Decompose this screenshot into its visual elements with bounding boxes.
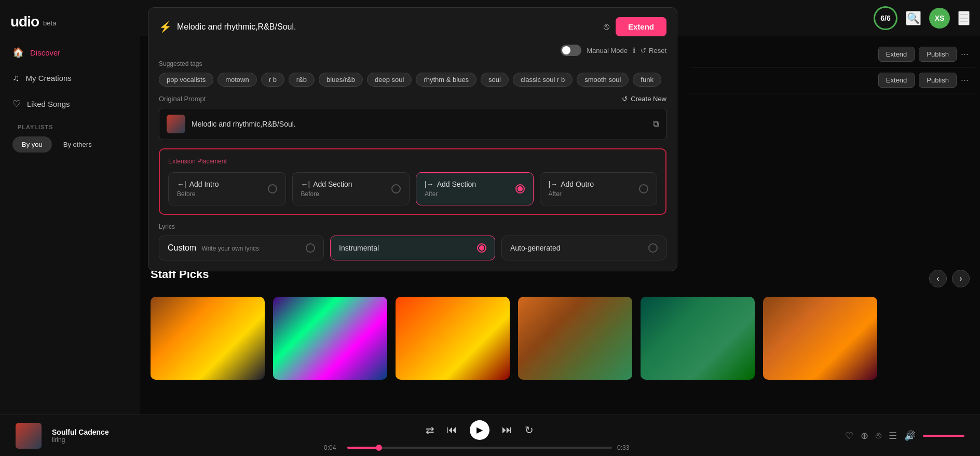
- radio-add-section-before[interactable]: [391, 184, 401, 194]
- share-icon[interactable]: ⎋: [604, 21, 609, 32]
- lyrics-instrumental[interactable]: Instrumental: [330, 236, 495, 260]
- sidebar-item-my-creations[interactable]: ♫ My Creations: [5, 66, 135, 90]
- total-time: 0:33: [617, 444, 635, 451]
- extend-button-2[interactable]: Extend: [878, 73, 915, 88]
- create-new-button[interactable]: ↺ Create New: [622, 95, 666, 103]
- option-add-outro-after-text: |→ Add Outro After: [549, 180, 594, 198]
- staff-pick-card-5[interactable]: [641, 297, 755, 380]
- add-to-playlist-button[interactable]: ⊕: [861, 430, 868, 441]
- lyrics-instrumental-label: Instrumental: [339, 244, 379, 252]
- copy-icon[interactable]: ⧉: [653, 119, 659, 129]
- tab-by-others[interactable]: By others: [54, 136, 101, 153]
- toggle-knob: [562, 46, 570, 54]
- tag-funk[interactable]: funk: [633, 73, 661, 87]
- volume-icon[interactable]: 🔊: [904, 430, 916, 441]
- radio-add-intro-before[interactable]: [268, 184, 277, 194]
- extend-button-1[interactable]: Extend: [878, 47, 915, 62]
- share-track-button[interactable]: ⎋: [876, 430, 881, 441]
- lyrics-auto-generated[interactable]: Auto-generated: [501, 236, 666, 260]
- player-info: Soulful Cadence liring: [52, 428, 114, 444]
- modal-extend-button[interactable]: Extend: [616, 17, 666, 36]
- radio-add-outro-after[interactable]: [639, 184, 648, 194]
- manual-mode-toggle[interactable]: [561, 45, 581, 56]
- volume-bar[interactable]: [923, 435, 964, 437]
- progress-bar[interactable]: [347, 447, 612, 449]
- tag-soul[interactable]: soul: [481, 73, 509, 87]
- tag-smooth-soul[interactable]: smooth soul: [577, 73, 629, 87]
- original-prompt-label: Original Prompt: [159, 95, 206, 103]
- next-arrow-button[interactable]: ›: [952, 270, 970, 287]
- tag-motown[interactable]: motown: [217, 73, 257, 87]
- tag-rb[interactable]: r b: [261, 73, 284, 87]
- radio-add-section-after[interactable]: [515, 184, 525, 194]
- tab-by-you[interactable]: By you: [12, 136, 52, 153]
- option-add-section-before[interactable]: ←| Add Section Before: [292, 172, 410, 205]
- tag-rhythm-blues[interactable]: rhythm & blues: [416, 73, 477, 87]
- song-list-area: Extend Publish ··· Extend Publish ···: [685, 36, 980, 99]
- publish-button-2[interactable]: Publish: [919, 73, 957, 88]
- modal-title-row: ⚡ Melodic and rhythmic,R&B/Soul.: [159, 21, 296, 33]
- search-button[interactable]: 🔍: [906, 11, 921, 25]
- sidebar: udio beta 🏠 Discover ♫ My Creations ♡ Li…: [0, 0, 140, 456]
- tag-pop-vocalists[interactable]: pop vocalists: [159, 73, 213, 87]
- staff-pick-card-6[interactable]: [763, 297, 877, 380]
- staff-pick-card-3[interactable]: [396, 297, 510, 380]
- option-add-outro-after-title: |→ Add Outro: [549, 180, 594, 188]
- play-pause-button[interactable]: ▶: [470, 420, 489, 440]
- sidebar-item-discover-label: Discover: [30, 48, 60, 57]
- tag-randb[interactable]: r&b: [289, 73, 315, 87]
- logo-text: udio: [10, 13, 39, 30]
- like-button[interactable]: ♡: [845, 430, 853, 441]
- staff-pick-card-1[interactable]: [151, 297, 265, 380]
- tag-deep-soul[interactable]: deep soul: [367, 73, 412, 87]
- option-add-section-before-text: ←| Add Section Before: [301, 180, 352, 198]
- tag-classic-soul[interactable]: classic soul r b: [513, 73, 573, 87]
- info-icon[interactable]: ℹ: [633, 46, 635, 54]
- modal-title: Melodic and rhythmic,R&B/Soul.: [177, 22, 296, 32]
- staff-pick-card-4[interactable]: [518, 297, 632, 380]
- modal-actions: ⎋ Extend: [604, 17, 666, 36]
- bolt-icon: ⚡: [159, 21, 172, 33]
- arrow-right-icon: |→: [425, 180, 434, 188]
- shuffle-button[interactable]: ⇄: [426, 424, 434, 436]
- lyrics-custom[interactable]: Custom Write your own lyrics: [159, 236, 324, 260]
- home-icon: 🏠: [12, 47, 24, 58]
- menu-button[interactable]: ☰: [958, 11, 970, 25]
- prev-arrow-button[interactable]: ‹: [929, 270, 947, 287]
- queue-button[interactable]: ☰: [889, 430, 897, 441]
- sidebar-item-discover[interactable]: 🏠 Discover: [5, 40, 135, 64]
- radio-custom[interactable]: [306, 243, 315, 253]
- option-add-section-after[interactable]: |→ Add Section After: [416, 172, 534, 205]
- more-options-2[interactable]: ···: [961, 75, 969, 86]
- placement-options: ←| Add Intro Before ←| Add Section Befor…: [168, 172, 657, 205]
- repeat-button[interactable]: ↻: [525, 424, 534, 436]
- lyrics-auto-label: Auto-generated: [510, 244, 561, 252]
- option-add-intro-before[interactable]: ←| Add Intro Before: [168, 172, 286, 205]
- more-options-1[interactable]: ···: [961, 49, 969, 60]
- next-track-button[interactable]: ⏭: [502, 424, 512, 436]
- progress-thumb: [376, 445, 382, 451]
- playlists-label: PLAYLISTS: [5, 118, 135, 134]
- manual-mode-row: Manual Mode ℹ ↺ Reset: [159, 45, 666, 56]
- refresh-icon: ↺: [622, 95, 628, 103]
- option-add-intro-before-title: ←| Add Intro: [177, 180, 219, 188]
- manual-mode-label: Manual Mode: [587, 47, 628, 54]
- extension-placement-section: Extension Placement ←| Add Intro Before …: [159, 148, 666, 215]
- reset-button[interactable]: ↺ Reset: [641, 47, 666, 54]
- avatar[interactable]: XS: [929, 8, 950, 29]
- sidebar-item-liked-songs[interactable]: ♡ Liked Songs: [5, 92, 135, 116]
- modal-header: ⚡ Melodic and rhythmic,R&B/Soul. ⎋ Exten…: [159, 17, 666, 36]
- prev-track-button[interactable]: ⏮: [447, 424, 457, 436]
- option-add-outro-after[interactable]: |→ Add Outro After: [540, 172, 658, 205]
- option-add-section-after-title: |→ Add Section: [425, 180, 476, 188]
- extension-placement-label: Extension Placement: [168, 158, 657, 165]
- option-add-intro-before-sub: Before: [177, 190, 219, 198]
- reset-icon: ↺: [641, 47, 646, 54]
- radio-auto-generated[interactable]: [648, 243, 658, 253]
- publish-button-1[interactable]: Publish: [919, 47, 957, 62]
- tag-blues-randb[interactable]: blues/r&b: [319, 73, 363, 87]
- staff-pick-card-2[interactable]: [273, 297, 387, 380]
- tags-row: pop vocalists motown r b r&b blues/r&b d…: [159, 73, 666, 87]
- song-actions-2: Extend Publish ···: [878, 73, 969, 88]
- radio-instrumental[interactable]: [477, 243, 486, 253]
